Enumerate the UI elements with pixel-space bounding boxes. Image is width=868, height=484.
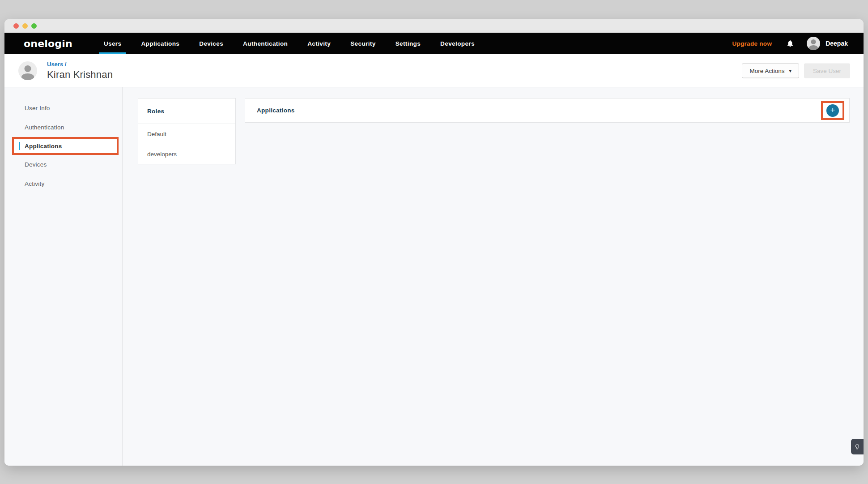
roles-panel-title: Roles [138,99,235,124]
sidebar-item-user-info[interactable]: User Info [4,99,122,118]
header-actions: More Actions ▾ Save User [742,63,850,78]
page-header: Users / Kiran Krishnan More Actions ▾ Sa… [4,54,864,87]
sidebar-item-devices[interactable]: Devices [4,155,122,174]
nav-item-developers[interactable]: Developers [434,33,481,54]
sidebar-item-authentication[interactable]: Authentication [4,118,122,137]
sidebar-item-label: Applications [25,143,62,150]
highlight-annotation: Applications [12,137,119,155]
account-avatar[interactable] [807,37,820,50]
applications-panel: Applications + [245,98,850,123]
nav-item-devices[interactable]: Devices [193,33,230,54]
avatar-body-shape [809,45,818,50]
avatar-body-shape [21,73,34,80]
save-user-button[interactable]: Save User [804,63,850,78]
nav-item-security[interactable]: Security [344,33,382,54]
title-block: Users / Kiran Krishnan [47,61,113,81]
content-area: User Info Authentication Applications De… [4,87,864,466]
breadcrumb[interactable]: Users / [47,61,113,68]
app-window: onelogin Users Applications Devices Auth… [4,19,864,466]
maximize-window-button[interactable] [31,23,37,29]
user-avatar [18,61,37,80]
primary-nav: Users Applications Devices Authenticatio… [98,33,488,54]
minimize-window-button[interactable] [22,23,28,29]
main-panel-area: Roles Default developers Applications + [123,87,864,466]
role-row-default[interactable]: Default [138,124,235,144]
nav-item-users[interactable]: Users [98,33,128,54]
nav-item-settings[interactable]: Settings [389,33,427,54]
upgrade-now-link[interactable]: Upgrade now [732,40,772,47]
nav-item-authentication[interactable]: Authentication [237,33,294,54]
help-lightbulb-tab[interactable] [851,439,864,454]
more-actions-label: More Actions [749,67,784,74]
nav-item-applications[interactable]: Applications [135,33,186,54]
top-navigation-bar: onelogin Users Applications Devices Auth… [4,33,864,54]
nav-right-cluster: Upgrade now Deepak [732,33,848,54]
user-section-sidebar: User Info Authentication Applications De… [4,87,123,466]
avatar-head-shape [811,39,816,44]
close-window-button[interactable] [13,23,19,29]
roles-panel: Roles Default developers [138,98,236,164]
sidebar-item-applications[interactable]: Applications [14,139,117,153]
account-name[interactable]: Deepak [825,40,848,47]
page-title: Kiran Krishnan [47,69,113,81]
onelogin-logo[interactable]: onelogin [24,33,72,54]
lightbulb-icon [854,444,860,450]
nav-item-activity[interactable]: Activity [301,33,337,54]
applications-panel-title: Applications [245,99,295,122]
active-indicator-bar [19,142,20,150]
avatar-head-shape [25,65,31,72]
chevron-down-icon: ▾ [789,68,791,73]
notifications-bell-icon[interactable] [786,39,794,47]
more-actions-button[interactable]: More Actions ▾ [742,63,799,78]
role-row-developers[interactable]: developers [138,144,235,164]
window-titlebar [4,19,864,33]
add-application-button[interactable]: + [826,104,839,117]
sidebar-item-activity[interactable]: Activity [4,174,122,193]
highlight-annotation: + [821,101,844,120]
